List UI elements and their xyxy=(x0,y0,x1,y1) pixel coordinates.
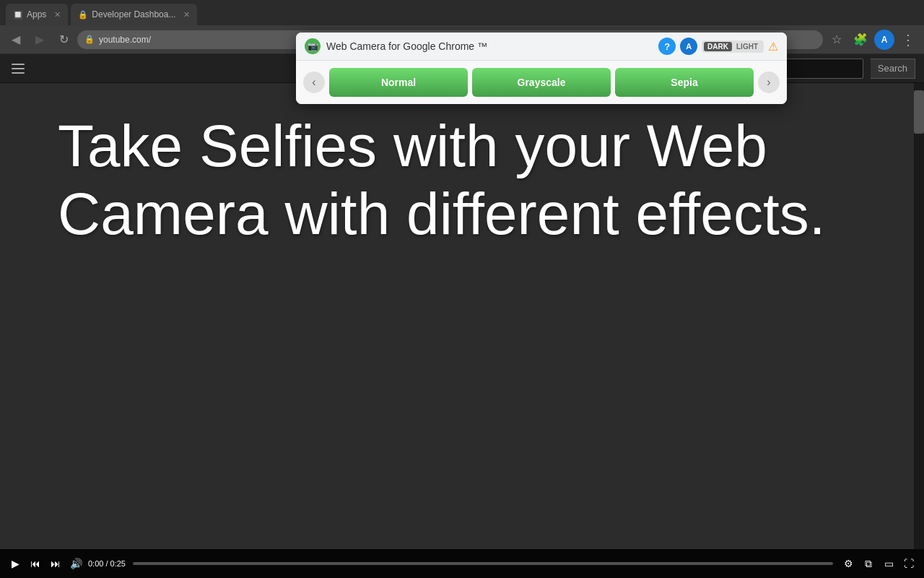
dev-favicon: 🔒 xyxy=(78,10,88,20)
miniplayer-button[interactable]: ⧉ xyxy=(860,556,876,571)
next-track-button[interactable]: ⏭ xyxy=(48,556,64,571)
forward-button[interactable]: ▶ xyxy=(30,30,50,50)
lock-icon: 🔒 xyxy=(84,35,95,44)
filter-grayscale-button[interactable]: Grayscale xyxy=(472,68,611,97)
warning-icon: ⚠ xyxy=(768,40,778,53)
reload-button[interactable]: ↻ xyxy=(53,30,74,50)
fullscreen-button[interactable]: ⛶ xyxy=(901,556,917,571)
hamburger-line-2 xyxy=(12,68,25,69)
extension-favicon: 📷 xyxy=(305,38,321,54)
theme-light-label: LIGHT xyxy=(733,42,762,51)
profile-button[interactable]: A xyxy=(874,30,894,50)
tab-developer[interactable]: 🔒 Developer Dashboa... ✕ xyxy=(71,4,197,25)
extension-title-area: 📷 Web Camera for Google Chrome ™ xyxy=(305,38,487,54)
extensions-button[interactable]: 🧩 xyxy=(850,30,871,50)
extension-title: Web Camera for Google Chrome ™ xyxy=(326,40,487,52)
more-options-button[interactable]: ⋮ xyxy=(898,30,918,50)
tab-apps-label: Apps xyxy=(27,9,46,20)
scrollbar-thumb[interactable] xyxy=(914,90,924,134)
main-content: Take Selfies with your Web Camera with d… xyxy=(0,83,924,578)
time-display: 0:00 / 0:25 xyxy=(88,559,126,568)
tab-bar: 🔲 Apps ✕ 🔒 Developer Dashboa... ✕ xyxy=(0,0,924,25)
extension-help-button[interactable]: ? xyxy=(658,38,676,55)
filter-sepia-button[interactable]: Sepia xyxy=(615,68,754,97)
play-button[interactable]: ▶ xyxy=(7,556,23,571)
scrollbar[interactable] xyxy=(914,83,924,549)
hamburger-line-1 xyxy=(12,64,25,65)
extension-header: 📷 Web Camera for Google Chrome ™ ? A DAR… xyxy=(296,33,787,61)
back-button[interactable]: ◀ xyxy=(6,30,26,50)
search-button[interactable]: Search xyxy=(871,59,915,79)
filter-normal-button[interactable]: Normal xyxy=(329,68,468,97)
prev-track-button[interactable]: ⏮ xyxy=(27,556,43,571)
hamburger-menu-button[interactable] xyxy=(9,58,30,79)
extension-header-actions: ? A DARK LIGHT ⚠ xyxy=(658,38,778,55)
tab-apps[interactable]: 🔲 Apps ✕ xyxy=(6,4,68,25)
filter-next-button[interactable]: › xyxy=(758,72,780,93)
extension-account-button[interactable]: A xyxy=(680,38,697,55)
tab-developer-close[interactable]: ✕ xyxy=(183,10,190,20)
url-text: youtube.com/ xyxy=(99,35,151,45)
filter-prev-button[interactable]: ‹ xyxy=(303,72,325,93)
theme-dark-label: DARK xyxy=(704,42,732,51)
bookmark-button[interactable]: ☆ xyxy=(827,30,847,50)
tab-apps-close[interactable]: ✕ xyxy=(54,10,61,20)
theater-button[interactable]: ▭ xyxy=(881,556,897,571)
hero-text: Take Selfies with your Web Camera with d… xyxy=(0,83,924,277)
video-controls-bar: ▶ ⏮ ⏭ 🔊 0:00 / 0:25 ⚙ ⧉ ▭ ⛶ xyxy=(0,549,924,578)
theme-toggle[interactable]: DARK LIGHT xyxy=(702,40,764,53)
tab-developer-label: Developer Dashboa... xyxy=(92,9,175,20)
progress-bar[interactable] xyxy=(133,562,833,565)
apps-favicon: 🔲 xyxy=(13,10,23,20)
volume-button[interactable]: 🔊 xyxy=(68,556,84,571)
hamburger-line-3 xyxy=(12,72,25,74)
filter-buttons-row: ‹ Normal Grayscale Sepia › xyxy=(296,61,787,104)
extension-popup: 📷 Web Camera for Google Chrome ™ ? A DAR… xyxy=(296,33,787,104)
settings-button[interactable]: ⚙ xyxy=(840,556,856,571)
